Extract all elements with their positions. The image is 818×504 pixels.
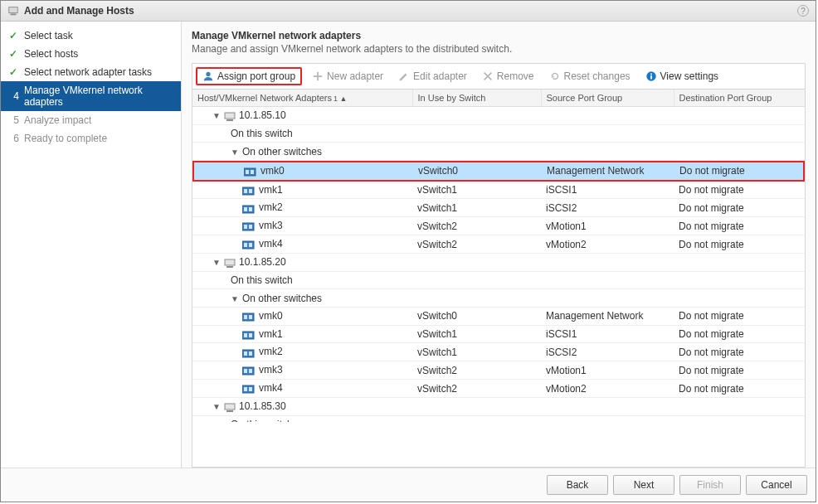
vmk-row[interactable]: vmk4vSwitch2vMotion2Do not migrate — [192, 380, 805, 398]
vmk-row[interactable]: vmk2vSwitch1iSCSI2Do not migrate — [192, 199, 805, 217]
svg-rect-16 — [249, 207, 252, 211]
view-settings-label: View settings — [660, 70, 718, 82]
col-name-header[interactable]: Host/VMkernel Network Adapters1 ▲ — [192, 90, 412, 107]
svg-rect-1 — [11, 14, 17, 16]
nic-icon — [242, 184, 256, 196]
nic-icon — [242, 202, 256, 214]
view-settings-button[interactable]: View settings — [640, 69, 723, 84]
wizard-step-4[interactable]: ✓4Manage VMkernel network adapters — [1, 81, 181, 111]
svg-rect-40 — [225, 404, 235, 410]
vmk-row[interactable]: vmk2vSwitch1iSCSI2Do not migrate — [192, 343, 805, 361]
nic-icon — [242, 328, 256, 340]
assign-icon — [202, 70, 214, 82]
dialog-title: Add and Manage Hosts — [24, 5, 134, 17]
help-icon[interactable]: ? — [797, 5, 809, 17]
svg-rect-27 — [249, 315, 252, 319]
svg-rect-21 — [244, 243, 247, 247]
nic-icon — [242, 239, 256, 250]
svg-rect-12 — [244, 189, 247, 193]
svg-rect-22 — [249, 243, 252, 247]
svg-rect-29 — [244, 333, 247, 337]
step-label: Select hosts — [24, 48, 174, 60]
pencil-icon — [398, 70, 410, 82]
collapse-icon[interactable]: ▼ — [212, 258, 221, 267]
x-icon — [482, 70, 494, 82]
nic-icon — [244, 166, 257, 177]
group-row-this-switch[interactable]: On this switch — [192, 272, 805, 290]
adapter-table: Host/VMkernel Network Adapters1 ▲ In Use… — [192, 89, 806, 468]
step-number: 6 — [9, 133, 19, 144]
vmk-row[interactable]: vmk3vSwitch2vMotion1Do not migrate — [192, 361, 805, 380]
collapse-icon[interactable]: ▼ — [231, 148, 239, 157]
svg-rect-18 — [244, 225, 247, 229]
svg-rect-41 — [226, 410, 233, 412]
next-button[interactable]: Next — [613, 475, 674, 495]
step-label: Manage VMkernel network adapters — [24, 85, 174, 108]
assign-port-group-button[interactable]: Assign port group — [196, 67, 302, 85]
reset-changes-label: Reset changes — [564, 70, 631, 82]
group-row-other-switches[interactable]: ▼On other switches — [192, 289, 805, 308]
collapse-icon[interactable]: ▼ — [212, 111, 221, 120]
back-button[interactable]: Back — [547, 475, 608, 495]
check-icon: ✓ — [9, 48, 19, 60]
wizard-step-1[interactable]: ✓1Select task — [1, 27, 181, 45]
remove-label: Remove — [497, 70, 534, 82]
finish-button: Finish — [679, 475, 741, 495]
assign-port-group-label: Assign port group — [217, 70, 295, 82]
info-icon — [645, 70, 657, 82]
wizard-step-6: ✓6Ready to complete — [1, 129, 181, 148]
vmk-row[interactable]: vmk4vSwitch2vMotion2Do not migrate — [192, 235, 805, 254]
host-row[interactable]: ▼10.1.85.30 — [192, 398, 805, 416]
step-label: Select task — [24, 30, 174, 41]
vmk-row[interactable]: vmk3vSwitch2vMotion1Do not migrate — [192, 217, 805, 235]
main-panel: Manage VMkernel network adapters Manage … — [182, 22, 816, 468]
dialog-body: ✓1Select task✓2Select hosts✓3Select netw… — [1, 22, 816, 468]
table-header-row: Host/VMkernel Network Adapters1 ▲ In Use… — [192, 90, 805, 107]
svg-point-2 — [206, 72, 210, 76]
svg-rect-26 — [244, 315, 247, 319]
svg-rect-6 — [225, 113, 235, 119]
step-label: Analyze impact — [24, 114, 174, 126]
nic-icon — [242, 383, 256, 395]
step-number: 5 — [9, 114, 19, 126]
wizard-step-2[interactable]: ✓2Select hosts — [1, 45, 181, 63]
svg-rect-35 — [244, 369, 247, 373]
svg-rect-30 — [249, 333, 252, 337]
host-row[interactable]: ▼10.1.85.20 — [192, 254, 805, 272]
collapse-icon[interactable]: ▼ — [231, 294, 239, 303]
vmk-row[interactable]: vmk1vSwitch1iSCSI1Do not migrate — [192, 182, 805, 200]
plus-icon — [312, 70, 324, 82]
cancel-button[interactable]: Cancel — [746, 475, 807, 495]
svg-rect-7 — [226, 119, 233, 121]
check-icon: ✓ — [9, 30, 19, 41]
svg-rect-36 — [249, 369, 252, 373]
col-source-header[interactable]: Source Port Group — [541, 90, 674, 107]
group-row-this-switch[interactable]: On this switch — [192, 125, 805, 143]
col-dest-header[interactable]: Destination Port Group — [674, 90, 805, 107]
svg-rect-32 — [244, 351, 247, 356]
table-body[interactable]: ▼10.1.85.10On this switch▼On other switc… — [192, 107, 805, 422]
titlebar: Add and Manage Hosts ? — [1, 1, 816, 22]
svg-rect-15 — [244, 207, 247, 211]
host-icon — [224, 110, 236, 122]
vmk-row[interactable]: vmk0vSwitch0Management NetworkDo not mig… — [192, 161, 805, 182]
host-icon — [224, 401, 236, 413]
col-switch-header[interactable]: In Use by Switch — [412, 90, 541, 107]
vmk-row[interactable]: vmk0vSwitch0Management NetworkDo not mig… — [192, 308, 805, 326]
host-wizard-icon — [7, 5, 19, 17]
vmk-row[interactable]: vmk1vSwitch1iSCSI1Do not migrate — [192, 326, 805, 344]
svg-rect-0 — [9, 7, 18, 13]
wizard-step-3[interactable]: ✓3Select network adapter tasks — [1, 63, 181, 81]
step-label: Select network adapter tasks — [24, 66, 174, 78]
group-row-other-switches[interactable]: ▼On other switches — [192, 143, 805, 161]
svg-rect-4 — [650, 75, 652, 79]
svg-rect-23 — [225, 259, 235, 265]
group-row-this-switch[interactable]: On this switch — [192, 416, 805, 422]
host-row[interactable]: ▼10.1.85.10 — [192, 107, 805, 125]
host-icon — [224, 257, 236, 269]
wizard-step-5: ✓5Analyze impact — [1, 111, 181, 129]
svg-rect-13 — [249, 189, 252, 193]
step-number: 4 — [9, 90, 19, 102]
nic-icon — [242, 220, 256, 232]
collapse-icon[interactable]: ▼ — [212, 402, 221, 411]
